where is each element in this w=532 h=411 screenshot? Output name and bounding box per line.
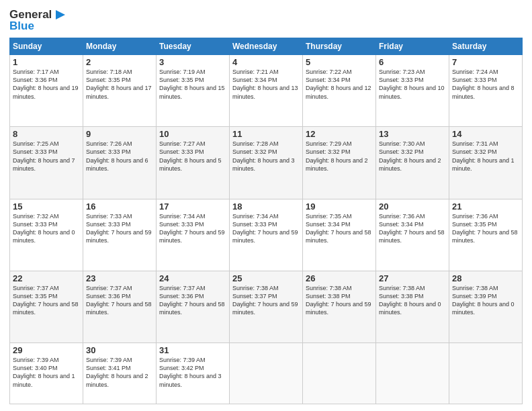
day-number: 31 <box>159 345 226 355</box>
day-number: 16 <box>86 201 153 212</box>
cell-info: Sunrise: 7:26 AMSunset: 3:33 PMDaylight:… <box>86 140 153 173</box>
day-number: 21 <box>452 201 519 212</box>
day-number: 11 <box>232 129 300 139</box>
svg-marker-0 <box>56 10 65 19</box>
cell-info: Sunrise: 7:28 AMSunset: 3:32 PMDaylight:… <box>232 140 300 173</box>
calendar-cell: 22Sunrise: 7:37 AMSunset: 3:35 PMDayligh… <box>10 271 83 342</box>
cell-info: Sunrise: 7:39 AMSunset: 3:41 PMDaylight:… <box>86 356 153 389</box>
day-number: 5 <box>306 57 373 67</box>
day-number: 20 <box>379 201 446 212</box>
cell-info: Sunrise: 7:37 AMSunset: 3:35 PMDaylight:… <box>13 284 80 317</box>
calendar-cell: 13Sunrise: 7:30 AMSunset: 3:32 PMDayligh… <box>376 127 449 199</box>
logo-arrow-icon <box>53 9 65 21</box>
day-number: 9 <box>86 129 153 139</box>
day-number: 14 <box>452 129 519 139</box>
calendar-cell: 11Sunrise: 7:28 AMSunset: 3:32 PMDayligh… <box>230 127 303 199</box>
day-number: 28 <box>452 273 519 283</box>
logo: General Blue <box>9 8 65 32</box>
cell-info: Sunrise: 7:19 AMSunset: 3:35 PMDaylight:… <box>159 68 226 101</box>
calendar-cell <box>376 343 449 404</box>
weekday-header: Saturday <box>449 38 523 55</box>
weekday-header: Friday <box>376 38 449 55</box>
cell-info: Sunrise: 7:36 AMSunset: 3:35 PMDaylight:… <box>452 212 519 245</box>
day-number: 13 <box>379 129 446 139</box>
cell-info: Sunrise: 7:38 AMSunset: 3:39 PMDaylight:… <box>452 284 519 317</box>
calendar-cell: 14Sunrise: 7:31 AMSunset: 3:32 PMDayligh… <box>449 127 523 199</box>
calendar-cell: 7Sunrise: 7:24 AMSunset: 3:33 PMDaylight… <box>449 55 523 127</box>
day-number: 2 <box>86 57 153 67</box>
calendar-cell: 2Sunrise: 7:18 AMSunset: 3:35 PMDaylight… <box>83 55 157 127</box>
calendar-cell: 6Sunrise: 7:23 AMSunset: 3:33 PMDaylight… <box>376 55 449 127</box>
logo-container: General Blue <box>9 8 65 32</box>
cell-info: Sunrise: 7:30 AMSunset: 3:32 PMDaylight:… <box>379 140 446 173</box>
calendar-cell: 8Sunrise: 7:25 AMSunset: 3:33 PMDaylight… <box>10 127 83 199</box>
day-number: 23 <box>86 273 153 283</box>
day-number: 26 <box>306 273 373 283</box>
calendar-cell: 23Sunrise: 7:37 AMSunset: 3:36 PMDayligh… <box>83 271 157 342</box>
cell-info: Sunrise: 7:33 AMSunset: 3:33 PMDaylight:… <box>86 212 153 245</box>
calendar-cell: 27Sunrise: 7:38 AMSunset: 3:38 PMDayligh… <box>376 271 449 342</box>
cell-info: Sunrise: 7:36 AMSunset: 3:34 PMDaylight:… <box>379 212 446 245</box>
cell-info: Sunrise: 7:21 AMSunset: 3:34 PMDaylight:… <box>232 68 300 101</box>
day-number: 30 <box>86 345 153 355</box>
day-number: 18 <box>232 201 300 212</box>
calendar-cell <box>449 343 523 404</box>
cell-info: Sunrise: 7:18 AMSunset: 3:35 PMDaylight:… <box>86 68 153 101</box>
weekday-header: Thursday <box>303 38 376 55</box>
cell-info: Sunrise: 7:22 AMSunset: 3:34 PMDaylight:… <box>306 68 373 101</box>
calendar-cell: 12Sunrise: 7:29 AMSunset: 3:32 PMDayligh… <box>303 127 376 199</box>
cell-info: Sunrise: 7:38 AMSunset: 3:38 PMDaylight:… <box>306 284 373 317</box>
calendar-cell: 28Sunrise: 7:38 AMSunset: 3:39 PMDayligh… <box>449 271 523 342</box>
day-number: 25 <box>232 273 300 283</box>
cell-info: Sunrise: 7:38 AMSunset: 3:38 PMDaylight:… <box>379 284 446 317</box>
cell-info: Sunrise: 7:29 AMSunset: 3:32 PMDaylight:… <box>306 140 373 173</box>
cell-info: Sunrise: 7:25 AMSunset: 3:33 PMDaylight:… <box>13 140 80 173</box>
day-number: 27 <box>379 273 446 283</box>
day-number: 12 <box>306 129 373 139</box>
header: General Blue <box>9 8 523 32</box>
day-number: 19 <box>306 201 373 212</box>
cell-info: Sunrise: 7:31 AMSunset: 3:32 PMDaylight:… <box>452 140 519 173</box>
calendar-cell: 25Sunrise: 7:38 AMSunset: 3:37 PMDayligh… <box>230 271 303 342</box>
calendar-cell <box>230 343 303 404</box>
calendar-cell: 5Sunrise: 7:22 AMSunset: 3:34 PMDaylight… <box>303 55 376 127</box>
calendar-cell: 9Sunrise: 7:26 AMSunset: 3:33 PMDaylight… <box>83 127 157 199</box>
calendar-cell: 31Sunrise: 7:39 AMSunset: 3:42 PMDayligh… <box>157 343 230 404</box>
cell-info: Sunrise: 7:23 AMSunset: 3:33 PMDaylight:… <box>379 68 446 101</box>
day-number: 6 <box>379 57 446 67</box>
calendar-table: SundayMondayTuesdayWednesdayThursdayFrid… <box>9 38 523 404</box>
cell-info: Sunrise: 7:38 AMSunset: 3:37 PMDaylight:… <box>232 284 300 317</box>
day-number: 24 <box>159 273 226 283</box>
day-number: 7 <box>452 57 519 67</box>
weekday-header: Sunday <box>10 38 83 55</box>
cell-info: Sunrise: 7:24 AMSunset: 3:33 PMDaylight:… <box>452 68 519 101</box>
calendar-cell: 17Sunrise: 7:34 AMSunset: 3:33 PMDayligh… <box>157 199 230 271</box>
day-number: 8 <box>13 129 80 139</box>
calendar-cell: 4Sunrise: 7:21 AMSunset: 3:34 PMDaylight… <box>230 55 303 127</box>
cell-info: Sunrise: 7:37 AMSunset: 3:36 PMDaylight:… <box>86 284 153 317</box>
cell-info: Sunrise: 7:27 AMSunset: 3:33 PMDaylight:… <box>159 140 226 173</box>
day-number: 17 <box>159 201 226 212</box>
calendar-cell: 3Sunrise: 7:19 AMSunset: 3:35 PMDaylight… <box>157 55 230 127</box>
cell-info: Sunrise: 7:35 AMSunset: 3:34 PMDaylight:… <box>306 212 373 245</box>
calendar-cell: 20Sunrise: 7:36 AMSunset: 3:34 PMDayligh… <box>376 199 449 271</box>
day-number: 3 <box>159 57 226 67</box>
weekday-header: Monday <box>83 38 157 55</box>
calendar-cell: 26Sunrise: 7:38 AMSunset: 3:38 PMDayligh… <box>303 271 376 342</box>
logo-blue-text: Blue <box>9 19 34 33</box>
weekday-header: Wednesday <box>230 38 303 55</box>
page: General Blue SundayMondayTuesdayWednesda… <box>0 0 532 411</box>
calendar-cell: 16Sunrise: 7:33 AMSunset: 3:33 PMDayligh… <box>83 199 157 271</box>
cell-info: Sunrise: 7:32 AMSunset: 3:33 PMDaylight:… <box>13 212 80 245</box>
calendar-cell: 30Sunrise: 7:39 AMSunset: 3:41 PMDayligh… <box>83 343 157 404</box>
cell-info: Sunrise: 7:39 AMSunset: 3:42 PMDaylight:… <box>159 356 226 389</box>
calendar-cell: 18Sunrise: 7:34 AMSunset: 3:33 PMDayligh… <box>230 199 303 271</box>
calendar-cell: 19Sunrise: 7:35 AMSunset: 3:34 PMDayligh… <box>303 199 376 271</box>
day-number: 22 <box>13 273 80 283</box>
day-number: 10 <box>159 129 226 139</box>
calendar-cell: 1Sunrise: 7:17 AMSunset: 3:36 PMDaylight… <box>10 55 83 127</box>
cell-info: Sunrise: 7:34 AMSunset: 3:33 PMDaylight:… <box>159 212 226 245</box>
calendar-cell: 10Sunrise: 7:27 AMSunset: 3:33 PMDayligh… <box>157 127 230 199</box>
day-number: 4 <box>232 57 300 67</box>
calendar-cell: 24Sunrise: 7:37 AMSunset: 3:36 PMDayligh… <box>157 271 230 342</box>
